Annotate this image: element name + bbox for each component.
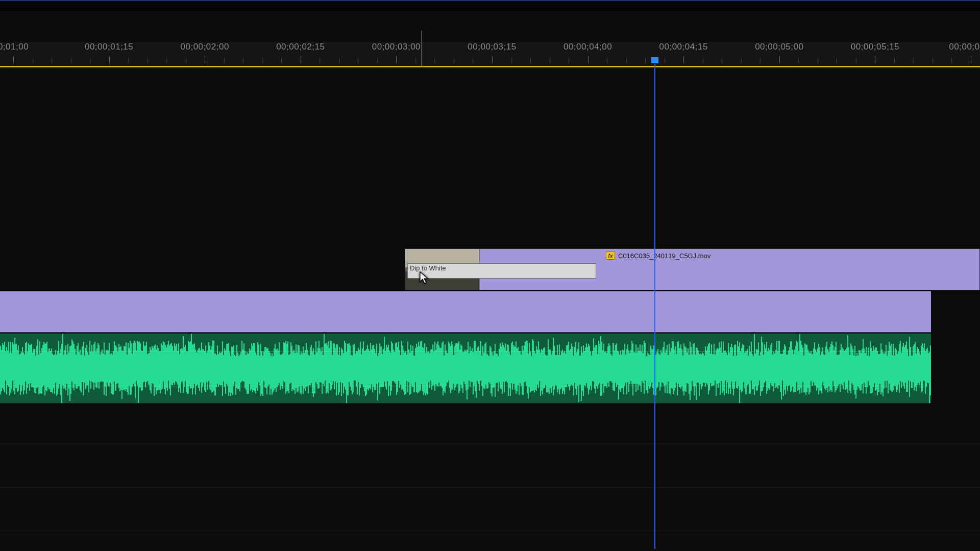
ruler-timecode: 00;00;02;00 — [181, 42, 229, 52]
time-ruler[interactable]: 0;01;0000;00;01;1500;00;02;0000;00;02;15… — [0, 42, 980, 67]
ruler-timecode: 00;00;03;15 — [468, 42, 516, 52]
fx-badge-icon: fx — [606, 252, 615, 260]
ruler-timecode: 00;00;04;00 — [564, 42, 612, 52]
track-separator — [0, 444, 980, 444]
transition-dip-to-white[interactable]: Dip to White — [407, 263, 596, 279]
video-clip-v2[interactable]: fx C016C035_240119_C5GJ.mov Dip to White — [405, 248, 980, 290]
track-separator — [0, 531, 980, 531]
transition-label: Dip to White — [410, 264, 446, 272]
drop-indicator — [422, 31, 422, 67]
panel-top-strip — [0, 0, 980, 12]
ruler-timecode: 00;00;03;00 — [372, 42, 421, 52]
audio-clip[interactable] — [0, 333, 931, 404]
timeline-panel: 0;01;0000;00;01;1500;00;02;0000;00;02;15… — [0, 0, 980, 551]
ruler-timecode: 0;01;00 — [0, 42, 29, 52]
clip-header: fx C016C035_240119_C5GJ.mov — [604, 251, 979, 260]
ruler-timecode: 00;00;05;00 — [755, 42, 803, 52]
audio-waveform-left — [0, 334, 931, 368]
playhead-handle[interactable] — [651, 57, 658, 63]
ruler-timecode: 00;00;01;15 — [85, 42, 133, 52]
ruler-timecode: 00;00;05;15 — [851, 42, 899, 52]
track-separator — [0, 487, 980, 488]
ruler-timecode: 00;00;04;15 — [659, 42, 708, 52]
ruler-timecode: 00;00;06;0 — [949, 42, 980, 52]
clip-filename: C016C035_240119_C5GJ.mov — [618, 252, 710, 260]
video-clip-v1[interactable] — [0, 291, 931, 333]
audio-waveform-right — [0, 368, 931, 403]
ruler-timecode: 00;00;02;15 — [276, 42, 325, 52]
